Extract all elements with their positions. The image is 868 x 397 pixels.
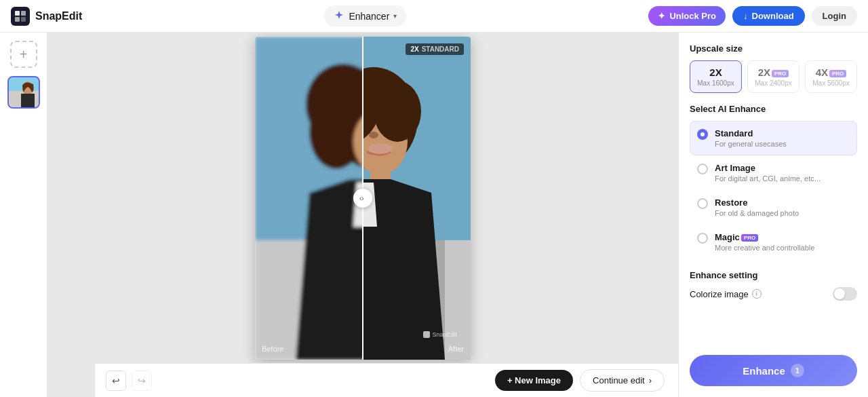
upscale-title: Upscale size <box>690 43 857 54</box>
standard-name: Standard <box>715 128 787 138</box>
radio-standard <box>697 129 708 140</box>
enhance-setting-title: Enhance setting <box>690 270 857 280</box>
photo-svg: ‹› <box>255 37 471 360</box>
enhance-setting-section: Enhance setting Colorize image i <box>690 270 857 301</box>
undo-button[interactable]: ↩ <box>106 371 126 391</box>
scale-badge: 2X <box>410 45 418 53</box>
colorize-toggle[interactable] <box>833 287 857 301</box>
left-sidebar: + <box>0 33 47 397</box>
standard-desc: For general usecases <box>715 140 787 148</box>
chevron-right-icon: › <box>649 375 652 385</box>
download-label: Download <box>752 11 794 21</box>
download-icon: ↓ <box>743 11 748 21</box>
enhance-count-badge: 1 <box>791 364 804 377</box>
enhance-label: Enhance <box>743 365 785 377</box>
colorize-setting-row: Colorize image i <box>690 287 857 301</box>
login-button[interactable]: Login <box>812 6 857 26</box>
before-label: Before <box>262 345 283 353</box>
enhance-art-option[interactable]: Art Image For digital art, CGI, anime, e… <box>690 155 857 190</box>
enhance-button[interactable]: Enhance 1 <box>690 355 857 386</box>
upscale-2x-label: 2X <box>694 67 737 78</box>
svg-point-22 <box>368 143 393 154</box>
history-controls: ↩ ↪ <box>106 371 152 391</box>
enhancer-label: Enhancer <box>349 11 389 22</box>
unlock-pro-label: Unlock Pro <box>669 11 716 21</box>
header-actions: ✦ Unlock Pro ↓ Download Login <box>648 6 857 26</box>
upscale-4x-label: 4XPRO <box>810 67 852 78</box>
upscale-2x-option[interactable]: 2X Max 1600px <box>690 60 742 93</box>
colorize-info-icon[interactable]: i <box>752 289 762 299</box>
svg-rect-7 <box>21 94 35 109</box>
star-icon: ✦ <box>658 11 665 21</box>
watermark: SnapEdit <box>423 331 457 338</box>
canvas-area: ‹› 2X STANDARD Before SnapEdit After ↩ <box>47 33 678 397</box>
svg-point-21 <box>369 132 378 138</box>
enhance-magic-option[interactable]: MagicPRO More creative and controllable <box>690 225 857 259</box>
logo-icon <box>11 7 30 26</box>
upscale-2x-pro-label: 2XPRO <box>752 67 795 78</box>
magic-pro-badge: PRO <box>741 234 758 242</box>
upscale-4x-sub: Max 5600px <box>810 79 852 87</box>
pro-badge-4x: PRO <box>829 70 846 77</box>
svg-rect-3 <box>21 17 26 22</box>
add-image-button[interactable]: + <box>10 41 37 68</box>
image-thumbnail[interactable] <box>7 76 40 109</box>
quality-badge: 2X STANDARD <box>406 43 464 55</box>
enhancer-selector[interactable]: Enhancer ▾ <box>324 5 406 26</box>
continue-edit-button[interactable]: Continue edit › <box>580 369 665 392</box>
magic-name: MagicPRO <box>715 232 814 242</box>
logo-text: SnapEdit <box>35 10 82 22</box>
enhancer-icon <box>334 10 344 22</box>
right-panel: Upscale size 2X Max 1600px 2XPRO Max 240… <box>678 33 868 397</box>
restore-desc: For old & damaged photo <box>715 209 799 217</box>
unlock-pro-button[interactable]: ✦ Unlock Pro <box>648 6 726 26</box>
redo-button[interactable]: ↪ <box>132 371 152 391</box>
radio-restore <box>697 198 708 209</box>
upscale-2x-sub: Max 1600px <box>694 79 737 87</box>
svg-rect-38 <box>423 331 430 338</box>
logo-area: SnapEdit <box>11 7 82 26</box>
upscale-2x-pro-sub: Max 2400px <box>752 79 795 87</box>
comparison-viewer: ‹› 2X STANDARD Before SnapEdit After <box>255 37 471 360</box>
radio-art <box>697 164 708 174</box>
ai-enhance-title: Select AI Enhance <box>690 104 857 114</box>
after-label: After <box>448 345 464 353</box>
art-desc: For digital art, CGI, anime, etc... <box>715 174 821 183</box>
art-name: Art Image <box>715 163 821 173</box>
chevron-down-icon: ▾ <box>393 12 397 20</box>
colorize-label: Colorize image i <box>690 289 762 299</box>
svg-text:‹›: ‹› <box>359 195 364 202</box>
bottom-bar: ↩ ↪ + New Image Continue edit › <box>95 363 678 397</box>
svg-rect-1 <box>21 11 26 16</box>
main-layout: + <box>0 33 868 397</box>
bottom-actions: + New Image Continue edit › <box>495 369 665 392</box>
radio-inner <box>701 132 705 136</box>
svg-rect-0 <box>15 11 20 16</box>
radio-magic <box>697 233 708 244</box>
upscale-4x-option[interactable]: 4XPRO Max 5600px <box>805 60 857 93</box>
magic-desc: More creative and controllable <box>715 244 814 252</box>
pro-badge: PRO <box>772 70 789 77</box>
upscale-section: Upscale size 2X Max 1600px 2XPRO Max 240… <box>690 43 857 93</box>
mode-badge: STANDARD <box>422 45 459 53</box>
svg-point-20 <box>374 81 421 142</box>
upscale-options-group: 2X Max 1600px 2XPRO Max 2400px 4XPRO Max… <box>690 60 857 93</box>
ai-enhance-section: Select AI Enhance Standard For general u… <box>690 104 857 259</box>
new-image-button[interactable]: + New Image <box>495 370 573 391</box>
enhance-standard-option[interactable]: Standard For general usecases <box>690 121 857 155</box>
svg-rect-2 <box>15 17 20 22</box>
colorize-label-text: Colorize image <box>690 289 749 299</box>
enhance-restore-option[interactable]: Restore For old & damaged photo <box>690 190 857 225</box>
restore-name: Restore <box>715 197 799 208</box>
app-header: SnapEdit Enhancer ▾ ✦ Unlock Pro ↓ Downl… <box>0 0 868 33</box>
download-button[interactable]: ↓ Download <box>732 6 805 26</box>
upscale-2x-pro-option[interactable]: 2XPRO Max 2400px <box>747 60 800 93</box>
continue-label: Continue edit <box>593 375 645 385</box>
